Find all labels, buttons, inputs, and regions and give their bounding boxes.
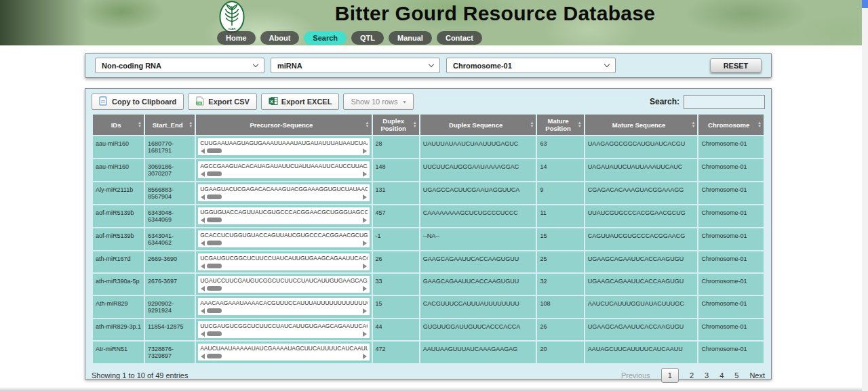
sort-icon[interactable]: ▲▼ [530,121,534,128]
pagination-previous[interactable]: Previous [621,371,650,379]
scroll-thumb[interactable] [207,264,222,268]
rna-type-select[interactable]: Non-coding RNA [95,58,264,73]
sequence-scrollbar[interactable] [200,147,367,155]
scroll-right-icon[interactable] [363,194,367,200]
sort-icon[interactable]: ▲▼ [757,121,762,128]
show-rows-dropdown[interactable]: Show 10 rows ▾ [343,94,413,110]
scroll-left-icon[interactable] [201,171,205,177]
scroll-left-icon[interactable] [201,194,205,200]
scroll-thumb[interactable] [207,171,222,176]
column-header-precursor-sequence[interactable]: Precursor-Sequence▲▼ [196,115,371,135]
precursor-sequence-box[interactable]: UUCGAUGUCGGCUCUUCCUAUCAUUGUGAAGCAGAAUUCA… [198,321,369,338]
scroll-thumb[interactable] [207,218,222,222]
sequence-scrollbar[interactable] [200,262,367,270]
scroll-left-icon[interactable] [201,148,205,154]
entries-info: Showing 1 to 10 of 49 entries [92,371,188,379]
pagination-page-1[interactable]: 1 [661,368,679,383]
pagination-page-2[interactable]: 2 [690,371,694,379]
column-header-mature-position[interactable]: Mature Position▲▼ [537,115,583,135]
cell-duplex-sequence: AAUUAAGUUUAUCAAAGAAGAG [420,342,536,363]
sequence-scrollbar[interactable] [200,170,367,178]
scroll-left-icon[interactable] [201,354,205,359]
sequence-scrollbar[interactable] [200,239,367,247]
nav-home[interactable]: Home [217,31,256,45]
export-excel-button[interactable]: x Export EXCEL [261,94,340,110]
cell-duplex-position: 44 [373,319,419,340]
precursor-sequence-box[interactable]: UGAUCCUUCGAUGUCGGCUCUUCCUAUCAUUGUGAAGCAG… [198,276,369,293]
cell-duplex-sequence: UGAGCCACUUCGAAUAGGUUCA [420,182,536,204]
precursor-sequence-box[interactable]: AAACAAGAAAUAAAACACGUUUCCAUUUAUUUUUUUUUUU… [198,298,369,315]
column-header-chromosome[interactable]: Chromosome▲▼ [698,115,764,135]
scroll-thumb[interactable] [207,354,222,358]
scroll-right-icon[interactable] [363,171,367,177]
sort-icon[interactable]: ▲▼ [366,121,370,128]
search-input[interactable] [684,95,765,109]
cell-mature-position: 11 [537,205,583,227]
reset-button[interactable]: RESET [710,58,762,73]
sequence-scrollbar[interactable] [200,330,367,337]
scroll-right-icon[interactable] [363,218,367,223]
scroll-thumb[interactable] [207,331,222,336]
column-header-start-end[interactable]: Start_End▲▼ [145,115,195,135]
scroll-right-icon[interactable] [363,354,367,359]
column-header-duplex-sequence[interactable]: Duplex Sequence▲▼ [420,115,536,135]
precursor-sequence-box[interactable]: CUUGAAUAAGUAGUGAAAUUAAAUAUGAUAUUUAUAAUCU… [198,138,369,155]
sort-icon[interactable]: ▲▼ [578,121,582,128]
pagination-page-3[interactable]: 3 [705,371,709,379]
column-header-mature-sequence[interactable]: Mature Sequence▲▼ [585,115,698,135]
sort-icon[interactable]: ▲▼ [691,121,695,128]
precursor-sequence-box[interactable]: UGGUGUACCAGUUAUCGUGCCCACGGAACGCUGGGUAGCC… [198,207,369,224]
sequence-scrollbar[interactable] [200,285,367,292]
nav-search[interactable]: Search [304,31,347,45]
sequence-scrollbar[interactable] [200,352,367,360]
precursor-sequence-box[interactable]: AGCCGAAGUACACAUAGAUAUUCUAUUAAAUUCAUCCUUA… [198,161,369,178]
export-csv-button[interactable]: CSV Export CSV [188,94,257,110]
scroll-thumb[interactable] [207,194,222,199]
cell-duplex-position: 28 [373,136,419,158]
scroll-left-icon[interactable] [201,308,205,314]
column-header-ids[interactable]: IDs▲▼ [93,115,144,135]
scroll-left-icon[interactable] [201,241,205,246]
precursor-sequence-box[interactable]: UGAAGUACUCGAGACACAAAGUACGGAAAGGUGUCUAUAA… [198,184,369,201]
scroll-right-icon[interactable] [363,148,367,154]
scroll-thumb[interactable] [207,308,222,313]
scroll-left-icon[interactable] [201,264,205,269]
precursor-sequence-box[interactable]: UCGAUGUCGGCUCUUCCUAUCAUUGUGAAGCAGAAUUCAC… [198,253,369,270]
scrollbar-thumb[interactable] [862,0,868,8]
scroll-left-icon[interactable] [201,331,205,337]
column-header-duplex-position[interactable]: Duplex Position▲▼ [373,115,419,135]
filter-bar: Non-coding RNAmiRNAChromosome-01 RESET [85,53,772,78]
nav-about[interactable]: About [260,31,300,45]
scroll-right-icon[interactable] [363,241,367,246]
scroll-right-icon[interactable] [363,264,367,269]
pagination-page-5[interactable]: 5 [734,371,738,379]
pagination-next[interactable]: Next [749,371,765,379]
sequence-scrollbar[interactable] [200,193,367,201]
scroll-right-icon[interactable] [363,308,367,314]
precursor-sequence-text: UGGUGUACCAGUUAUCGUGCCCACGGAACGCUGGGUAGCC… [200,209,367,215]
nav-contact[interactable]: Contact [437,31,482,45]
cell-start-end: 9290902-9291924 [145,296,195,318]
sequence-scrollbar[interactable] [200,216,367,224]
scroll-right-icon[interactable] [363,286,367,291]
pagination-page-4[interactable]: 4 [719,371,724,379]
bottom-edge [0,387,868,391]
sort-icon[interactable]: ▲▼ [138,121,142,128]
precursor-sequence-box[interactable]: AAUCUAAUAAAAAUAUCGAAAAUAGCUUCAUUUUCAUCAA… [198,344,369,361]
nav-manual[interactable]: Manual [389,31,432,45]
scroll-right-icon[interactable] [363,331,367,337]
rna-subtype-select[interactable]: miRNA [271,58,440,73]
scroll-thumb[interactable] [207,286,222,291]
sort-icon[interactable]: ▲▼ [189,121,193,128]
nav-qtl[interactable]: QTL [351,31,384,45]
copy-to-clipboard-button[interactable]: Copy to Clipboard [92,94,184,110]
sort-icon[interactable]: ▲▼ [413,121,417,128]
browser-scrollbar[interactable] [862,0,868,391]
scroll-thumb[interactable] [207,241,222,245]
precursor-sequence-box[interactable]: GCACCUCUGGUGUACCAGUUAUCGUGCCCACGGAACGCUG… [198,230,369,247]
scroll-left-icon[interactable] [201,286,205,291]
scroll-left-icon[interactable] [201,218,205,223]
chromosome-select[interactable]: Chromosome-01 [446,58,616,73]
scroll-thumb[interactable] [207,148,222,153]
sequence-scrollbar[interactable] [200,307,367,314]
